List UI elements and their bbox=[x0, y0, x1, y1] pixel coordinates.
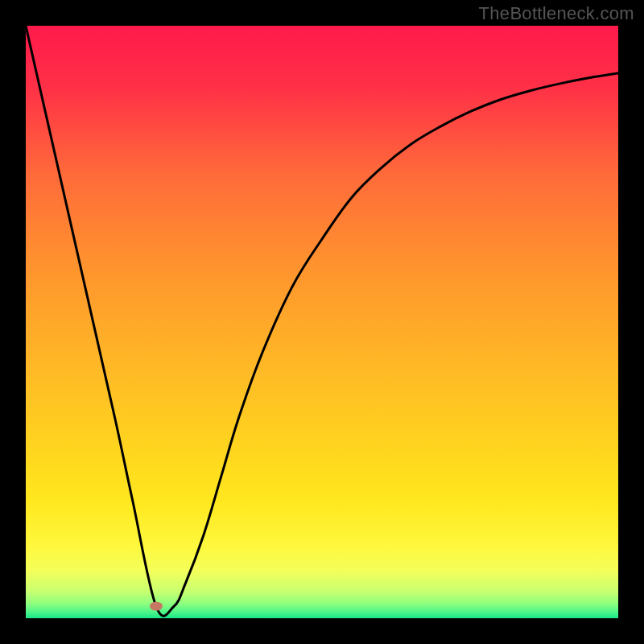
watermark-text: TheBottleneck.com bbox=[479, 3, 634, 24]
bottleneck-curve bbox=[26, 26, 618, 616]
plot-area bbox=[26, 26, 618, 618]
chart-frame: TheBottleneck.com bbox=[0, 0, 644, 644]
curve-layer bbox=[26, 26, 618, 618]
optimum-marker bbox=[150, 602, 163, 611]
